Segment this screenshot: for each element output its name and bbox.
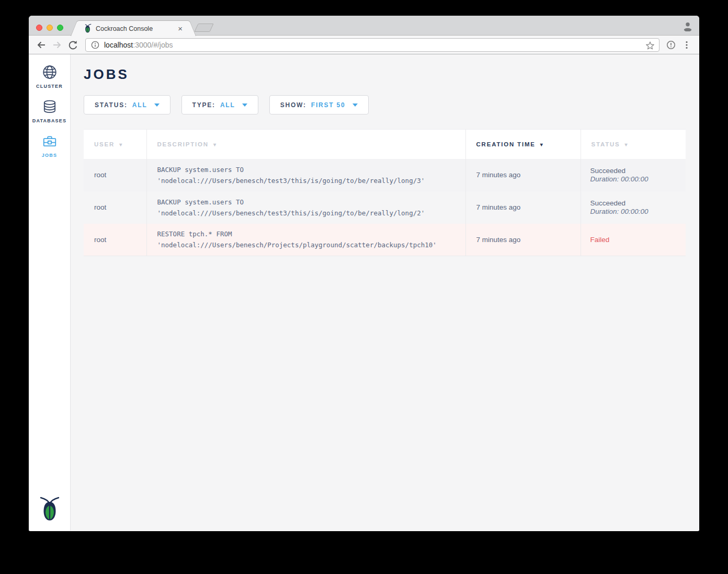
profile-avatar-icon[interactable] [682,21,693,31]
url-host: localhost [104,41,133,49]
job-user: root [84,159,146,191]
sort-caret-icon: ▾ [625,142,629,147]
extension-button[interactable] [665,39,677,51]
cockroach-favicon-icon [84,24,92,33]
filter-label: TYPE: [192,101,215,109]
new-tab-button[interactable] [194,24,213,32]
column-header-user[interactable]: USER ▾ [84,130,146,159]
column-header-description[interactable]: DESCRIPTION ▾ [146,130,465,159]
table-header-row: USER ▾ DESCRIPTION ▾ CREATION TIME ▾ STA… [84,130,686,159]
refresh-button[interactable] [66,39,79,51]
column-header-creation-time[interactable]: CREATION TIME ▾ [465,130,581,159]
forward-arrow-icon [52,40,62,50]
sort-caret-icon: ▾ [119,142,123,147]
status-label: Succeeded [590,199,679,207]
cockroach-logo-icon [39,496,60,522]
status-label: Succeeded [590,167,679,175]
window-close-button[interactable] [36,25,42,31]
job-description: RESTORE tpch.* FROM 'nodelocal:///Users/… [146,224,465,256]
type-filter-dropdown[interactable]: TYPE: ALL [181,95,258,114]
browser-toolbar: localhost:3000/#/jobs [29,36,699,54]
status-duration: Duration: 00:00:00 [590,208,679,215]
status-filter-dropdown[interactable]: STATUS: ALL [84,95,170,114]
globe-icon [42,64,58,80]
job-user: root [84,191,146,224]
table-row: root BACKUP system.users TO 'nodelocal:/… [84,159,686,191]
job-creation-time: 7 minutes ago [465,191,581,224]
show-filter-dropdown[interactable]: SHOW: FIRST 50 [269,95,369,114]
filter-value: FIRST 50 [311,101,346,109]
console-content: CLUSTER DATABASES [29,54,699,531]
table-row: root BACKUP system.users TO 'nodelocal:/… [84,191,686,224]
dropdown-caret-icon [154,104,160,107]
three-dots-menu-icon [682,40,691,50]
filter-value: ALL [220,101,235,109]
back-button[interactable] [35,39,48,51]
status-label: Failed [590,236,679,244]
jobs-page: JOBS STATUS: ALL TYPE: ALL SHOW: FIRST 5… [71,54,699,531]
job-creation-time: 7 minutes ago [465,224,581,256]
job-creation-time: 7 minutes ago [465,159,581,191]
browser-tab[interactable]: Cockroach Console × [78,20,188,36]
table-row: root RESTORE tpch.* FROM 'nodelocal:///U… [84,224,686,256]
sort-caret-icon: ▾ [213,142,217,147]
jobs-table: USER ▾ DESCRIPTION ▾ CREATION TIME ▾ STA… [84,129,686,256]
job-description: BACKUP system.users TO 'nodelocal:///Use… [146,159,465,191]
page-info-icon[interactable] [91,41,99,49]
filter-value: ALL [132,101,147,109]
status-duration: Duration: 00:00:00 [590,175,679,183]
sidebar-item-label: JOBS [42,153,57,158]
sidebar-nav: CLUSTER DATABASES [29,54,71,531]
dropdown-caret-icon [352,104,358,107]
tab-close-icon[interactable]: × [176,24,184,33]
extension-badge-icon [666,40,676,50]
window-minimize-button[interactable] [47,25,53,31]
tab-strip: Cockroach Console × [29,16,699,36]
job-status-cell: Failed [581,224,686,256]
browser-window: Cockroach Console × [29,16,699,531]
job-description: BACKUP system.users TO 'nodelocal:///Use… [146,191,465,224]
sidebar-item-jobs[interactable]: JOBS [29,123,70,158]
sidebar-item-cluster[interactable]: CLUSTER [29,54,70,89]
job-user: root [84,224,146,256]
address-bar[interactable]: localhost:3000/#/jobs [85,38,659,52]
bookmark-star-icon[interactable] [645,41,655,50]
database-icon [42,99,58,114]
sidebar-item-label: DATABASES [32,118,66,123]
tab-title: Cockroach Console [96,25,176,32]
filter-label: SHOW: [280,101,306,109]
job-status-cell: Succeeded Duration: 00:00:00 [581,159,686,191]
job-status-cell: Succeeded Duration: 00:00:00 [581,191,686,224]
filter-bar: STATUS: ALL TYPE: ALL SHOW: FIRST 50 [84,95,686,114]
sidebar-item-label: CLUSTER [36,84,63,89]
briefcase-icon [42,133,58,149]
forward-button[interactable] [51,39,63,51]
page-title: JOBS [84,66,686,83]
chrome-menu-button[interactable] [680,39,693,51]
back-arrow-icon [36,40,47,50]
dropdown-caret-icon [242,104,247,107]
column-header-status[interactable]: STATUS ▾ [581,130,686,159]
sidebar-item-databases[interactable]: DATABASES [29,89,70,123]
refresh-icon [67,40,78,50]
sort-caret-icon: ▾ [540,142,544,147]
url-text: localhost:3000/#/jobs [104,41,173,49]
window-zoom-button[interactable] [57,25,63,31]
filter-label: STATUS: [95,101,128,109]
url-path: :3000/#/jobs [133,41,173,49]
